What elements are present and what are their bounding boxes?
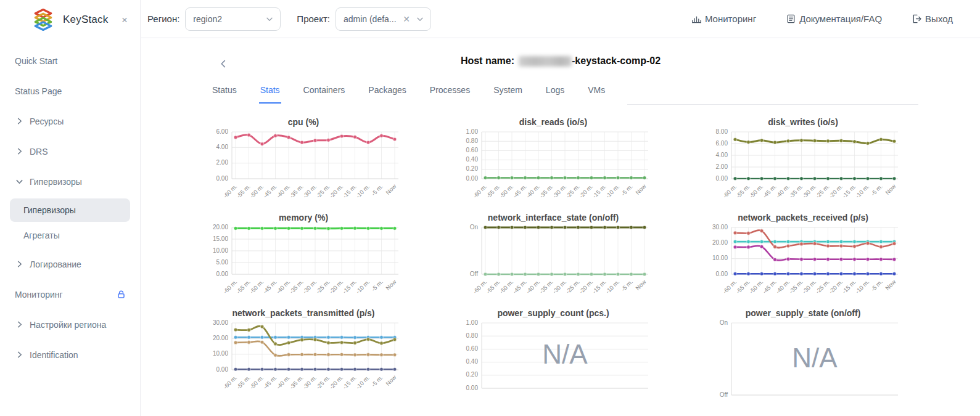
svg-text:-25 m.: -25 m. [564,183,581,200]
svg-text:0.40: 0.40 [466,358,479,365]
project-select-value: admin (defa... [344,14,400,24]
tab-processes[interactable]: Processes [429,83,471,104]
tab-logs[interactable]: Logs [545,83,566,104]
chevron-down-icon[interactable] [265,15,274,23]
topbar-menu-label: Мониторинг [705,14,756,24]
svg-text:-10 m.: -10 m. [854,279,871,295]
svg-text:-30 m.: -30 m. [551,183,568,200]
region-select-value: region2 [193,14,265,24]
svg-text:20.00: 20.00 [213,335,228,341]
svg-text:-55 m.: -55 m. [235,374,252,391]
svg-text:-50 m.: -50 m. [249,374,265,391]
sidebar-item-настройки-региона[interactable]: Настройки региона [0,309,140,340]
sidebar-item-ресурсы[interactable]: Ресурсы [0,106,140,136]
svg-text:-40 m.: -40 m. [525,279,541,295]
svg-text:-20 m.: -20 m. [828,183,844,200]
svg-text:6.00: 6.00 [716,140,728,147]
svg-text:-30 m.: -30 m. [302,183,318,200]
svg-text:-45 m.: -45 m. [261,183,278,200]
sidebar-item-identification[interactable]: Identification [0,340,140,370]
svg-text:Now: Now [884,183,897,196]
tab-packages[interactable]: Packages [367,83,407,104]
svg-text:0.00: 0.00 [466,385,479,391]
tab-vms[interactable]: VMs [587,83,606,104]
sidebar-subitem-агрегаты[interactable]: Агрегаты [10,224,130,247]
svg-text:-60 m.: -60 m. [722,279,738,295]
monitoring-chart-icon [691,14,702,24]
svg-text:0.60: 0.60 [466,147,479,153]
chevron-right-icon[interactable] [15,116,24,126]
svg-text:0.80: 0.80 [466,332,479,339]
chart-network-packets-received: network_packets_received (p/s)30.0020.00… [708,213,958,304]
tab-containers[interactable]: Containers [302,83,347,104]
chart-disk-writes: disk_writes (io/s)8.006.004.002.000.00-6… [708,117,958,208]
chart-plot: 30.0020.0010.000.00-60 m.-55 m.-50 m.-45… [208,319,458,399]
topbar-menu-document[interactable]: Документация/FAQ [786,14,882,24]
tab-system[interactable]: System [492,83,524,104]
topbar-menu-monitoring-chart[interactable]: Мониторинг [691,14,756,24]
svg-text:-55 m.: -55 m. [235,279,252,295]
project-label: Проект: [297,14,330,24]
svg-text:-10 m.: -10 m. [355,279,371,295]
host-name-suffix: -keystack-comp-02 [572,55,661,67]
region-select[interactable]: region2 [185,7,281,31]
lock-icon [116,289,126,300]
host-name-row: Host name: -keystack-comp-02 [141,55,980,67]
svg-text:-15 m.: -15 m. [341,183,358,200]
svg-text:N/A: N/A [542,339,588,369]
svg-text:-5 m.: -5 m. [370,279,384,293]
svg-text:-25 m.: -25 m. [814,183,831,200]
back-button[interactable] [218,58,229,69]
svg-text:0.20: 0.20 [466,165,479,172]
svg-text:-35 m.: -35 m. [288,279,305,295]
chevron-down-icon[interactable] [416,15,424,23]
sidebar-subitem-гипервизоры[interactable]: Гипервизоры [10,198,130,222]
sidebar-item-label: Агрегаты [23,230,60,240]
topbar-menu: МониторингДокументация/FAQВыход [691,14,980,24]
svg-text:-55 m.: -55 m. [735,279,751,295]
chevron-right-icon[interactable] [15,147,24,156]
svg-text:0.00: 0.00 [216,271,229,277]
svg-text:-5 m.: -5 m. [870,279,884,293]
sidebar-close-icon[interactable]: × [121,15,128,25]
svg-text:-55 m.: -55 m. [735,183,751,200]
sidebar-item-drs[interactable]: DRS [0,136,140,166]
sidebar: KeyStack × Quick StartStatus PageРесурсы… [0,0,141,416]
chevron-right-icon[interactable] [15,259,24,269]
chevron-right-icon[interactable] [15,320,24,329]
svg-text:-20 m.: -20 m. [828,279,844,295]
charts-grid: cpu (%)6.004.002.000.00-60 m.-55 m.-50 m… [208,117,980,400]
sidebar-item-quick-start[interactable]: Quick Start [0,46,140,76]
svg-text:-20 m.: -20 m. [578,183,595,200]
topbar-menu-logout[interactable]: Выход [912,14,953,24]
svg-text:Now: Now [384,374,397,387]
sidebar-nav: Quick StartStatus PageРесурсыDRSГипервиз… [0,39,140,370]
svg-text:-50 m.: -50 m. [748,183,765,200]
svg-text:10.00: 10.00 [213,247,228,254]
svg-text:-15 m.: -15 m. [341,374,358,391]
svg-text:-35 m.: -35 m. [288,374,305,391]
chevron-down-icon[interactable] [15,177,24,186]
sidebar-item-логирование[interactable]: Логирование [0,249,140,279]
tab-stats[interactable]: Stats [259,83,281,104]
svg-text:-60 m.: -60 m. [222,183,239,200]
svg-text:-40 m.: -40 m. [775,183,791,200]
tab-status[interactable]: Status [211,83,238,104]
svg-text:-45 m.: -45 m. [761,279,778,295]
svg-text:-40 m.: -40 m. [275,374,292,391]
svg-text:-60 m.: -60 m. [222,374,239,391]
chart-plot: 1.000.800.600.400.200.00-60 m.-55 m.-50 … [458,128,708,208]
svg-text:15.00: 15.00 [213,235,228,242]
sidebar-item-мониторинг[interactable]: Мониторинг [0,279,140,309]
sidebar-item-гипервизоры[interactable]: Гипервизоры [0,166,140,197]
chart-title: power_supply_count (pcs.) [458,308,648,318]
svg-text:-35 m.: -35 m. [788,183,804,200]
project-select[interactable]: admin (defa... ✕ [336,7,431,31]
svg-text:-10 m.: -10 m. [854,183,871,200]
svg-text:-10 m.: -10 m. [355,183,371,200]
clear-icon[interactable]: ✕ [403,15,410,23]
sidebar-item-status-page[interactable]: Status Page [0,76,140,106]
chevron-right-icon[interactable] [15,350,24,359]
svg-text:-50 m.: -50 m. [498,183,515,200]
chart-network-interface-state: network_interface_state (on/off)OnOff-60… [458,213,708,304]
